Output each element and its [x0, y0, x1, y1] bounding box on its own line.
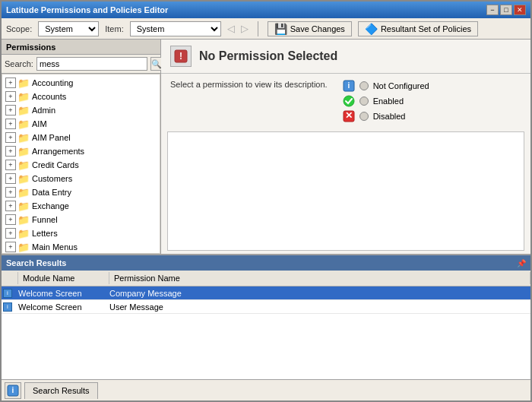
scope-label: Scope: — [6, 24, 32, 33]
toolbar: Scope: System Item: System ◁ ▷ 💾 Save Ch… — [2, 18, 530, 40]
expand-accounting[interactable]: + — [5, 78, 16, 88]
not-configured-option[interactable]: i Not Configured — [343, 80, 429, 92]
tree-item-customers[interactable]: + 📁 Customers — [2, 172, 160, 185]
maximize-button[interactable]: □ — [500, 5, 512, 15]
tree-item-arrangements[interactable]: + 📁 Arrangements — [2, 144, 160, 158]
search-results-header: Search Results 📌 — [2, 255, 530, 271]
disabled-option[interactable]: ✕ Disabled — [343, 110, 429, 122]
tree-item-accounting[interactable]: + 📁 Accounting — [2, 76, 160, 90]
tree-item-admin[interactable]: + 📁 Admin — [2, 103, 160, 117]
permission-options: i Not Configured — [343, 80, 429, 122]
permission-body: Select a permission to view its descript… — [161, 74, 530, 128]
status-bar: i Search Results — [2, 379, 530, 400]
th-module: Module Name — [18, 272, 109, 284]
row-icon: i — [3, 289, 12, 298]
expand-arrangements[interactable]: + — [5, 146, 16, 157]
folder-icon: 📁 — [17, 173, 30, 185]
svg-text:!: ! — [179, 51, 182, 62]
row-icon-cell: i — [2, 302, 14, 312]
main-window: Latitude Permissions and Policies Editor… — [0, 0, 532, 402]
item-select[interactable]: System — [130, 21, 221, 36]
close-button[interactable]: ✕ — [514, 5, 526, 15]
row-module-1: Welcome Screen — [14, 288, 105, 299]
row-permission-1: Company Message — [105, 288, 530, 299]
expand-main-menus[interactable]: + — [5, 242, 16, 252]
nav-back-icon: ◁ — [227, 23, 235, 34]
left-panel: Permissions Search: 🔍 ✕ + 📁 Accounting +… — [2, 40, 161, 254]
enabled-option[interactable]: Enabled — [343, 95, 429, 107]
bottom-panel: Search Results 📌 Module Name Permission … — [2, 254, 530, 379]
expand-letters[interactable]: + — [5, 228, 16, 239]
enabled-radio[interactable] — [359, 97, 369, 106]
nav-forward-icon: ▷ — [241, 23, 249, 34]
th-icon — [2, 272, 18, 284]
title-bar-buttons: − □ ✕ — [486, 5, 526, 15]
folder-icon: 📁 — [17, 146, 30, 157]
row-icon: i — [3, 302, 12, 312]
svg-text:i: i — [12, 386, 14, 394]
main-area: Permissions Search: 🔍 ✕ + 📁 Accounting +… — [2, 40, 530, 254]
not-configured-label: Not Configured — [373, 81, 429, 90]
permissions-tree: + 📁 Accounting + 📁 Accounts + 📁 Admin + … — [2, 74, 160, 254]
search-results-tab[interactable]: Search Results — [24, 382, 98, 399]
tree-item-accounts[interactable]: + 📁 Accounts — [2, 90, 160, 103]
expand-funnel[interactable]: + — [5, 214, 16, 225]
permission-header: ! No Permission Selected — [161, 40, 530, 74]
expand-data-entry[interactable]: + — [5, 187, 16, 198]
results-table: Module Name Permission Name i Welcome Sc… — [2, 271, 530, 379]
search-input[interactable] — [36, 57, 147, 71]
enabled-icon — [343, 95, 355, 107]
tree-item-credit-cards[interactable]: + 📁 Credit Cards — [2, 158, 160, 172]
not-configured-radio[interactable] — [359, 81, 369, 90]
row-icon-cell: i — [2, 289, 14, 298]
title-bar: Latitude Permissions and Policies Editor… — [2, 2, 530, 18]
pin-icon[interactable]: 📌 — [517, 259, 526, 267]
permission-description: Select a permission to view its descript… — [170, 80, 328, 122]
disabled-icon: ✕ — [343, 110, 355, 122]
folder-icon: 📁 — [17, 119, 30, 130]
tree-item-aim-panel[interactable]: + 📁 AIM Panel — [2, 131, 160, 144]
expand-credit-cards[interactable]: + — [5, 160, 16, 170]
search-bar: Search: 🔍 ✕ — [2, 55, 160, 74]
tree-item-letters[interactable]: + 📁 Letters — [2, 226, 160, 240]
window-title: Latitude Permissions and Policies Editor — [6, 5, 168, 14]
expand-exchange[interactable]: + — [5, 201, 16, 211]
minimize-button[interactable]: − — [486, 5, 499, 15]
right-panel: ! No Permission Selected Select a permis… — [161, 40, 530, 254]
enabled-label: Enabled — [373, 97, 404, 106]
disabled-label: Disabled — [373, 112, 406, 121]
tree-item-data-entry[interactable]: + 📁 Data Entry — [2, 185, 160, 199]
folder-icon: 📁 — [17, 228, 30, 239]
th-permission: Permission Name — [109, 272, 530, 284]
folder-icon: 📁 — [17, 91, 30, 103]
disabled-radio[interactable] — [359, 112, 369, 121]
search-results-label: Search Results — [6, 258, 66, 267]
scope-select[interactable]: System — [38, 21, 99, 36]
status-icon-button[interactable]: i — [5, 382, 21, 399]
resultset-button[interactable]: 🔷 Resultant Set of Policies — [358, 21, 478, 36]
row-module-2: Welcome Screen — [14, 302, 105, 312]
save-changes-button[interactable]: 💾 Save Changes — [268, 21, 352, 36]
expand-accounts[interactable]: + — [5, 91, 16, 102]
permission-title-icon: ! — [170, 46, 192, 67]
save-icon: 💾 — [274, 23, 287, 35]
expand-aim-panel[interactable]: + — [5, 132, 16, 143]
toolbar-separator — [258, 21, 258, 36]
search-label: Search: — [5, 59, 33, 68]
folder-icon: 📁 — [17, 214, 30, 226]
tree-item-aim[interactable]: + 📁 AIM — [2, 117, 160, 131]
permission-title: No Permission Selected — [199, 49, 337, 63]
tree-item-exchange[interactable]: + 📁 Exchange — [2, 199, 160, 213]
folder-icon: 📁 — [17, 201, 30, 212]
table-body: i Welcome Screen Company Message i Welco… — [2, 286, 530, 379]
expand-admin[interactable]: + — [5, 105, 16, 116]
folder-icon: 📁 — [17, 160, 30, 171]
table-row[interactable]: i Welcome Screen User Message — [2, 300, 530, 314]
expand-customers[interactable]: + — [5, 173, 16, 184]
tree-item-funnel[interactable]: + 📁 Funnel — [2, 213, 160, 226]
table-row[interactable]: i Welcome Screen Company Message — [2, 286, 530, 300]
tree-item-main-menus[interactable]: + 📁 Main Menus — [2, 240, 160, 254]
expand-aim[interactable]: + — [5, 119, 16, 129]
folder-icon: 📁 — [17, 242, 30, 253]
row-permission-2: User Message — [105, 302, 530, 312]
